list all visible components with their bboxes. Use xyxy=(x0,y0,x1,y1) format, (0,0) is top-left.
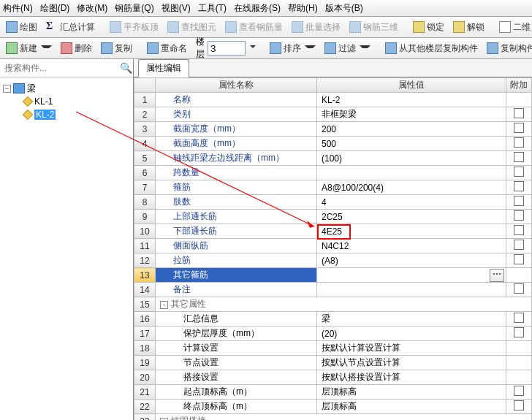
checkbox[interactable] xyxy=(514,167,524,177)
lock-button[interactable]: 锁定 xyxy=(410,20,447,35)
extra-cell[interactable] xyxy=(506,195,532,210)
checkbox[interactable] xyxy=(514,240,524,250)
extra-cell[interactable] xyxy=(506,151,532,166)
property-grid[interactable]: 属性名称 属性值 附加 1名称KL-22类别非框架梁3截面宽度（mm）2004截… xyxy=(134,77,532,420)
property-value[interactable]: 非框架梁 xyxy=(317,107,506,122)
checkbox[interactable] xyxy=(514,400,524,411)
property-value[interactable]: 层顶标高 xyxy=(317,385,506,400)
menu-online[interactable]: 在线服务(S) xyxy=(234,2,281,15)
two-d-button[interactable]: 二维 xyxy=(496,20,532,35)
extra-cell[interactable] xyxy=(506,180,532,195)
property-name[interactable]: 备注 xyxy=(156,283,317,297)
table-row[interactable]: 3截面宽度（mm）200 xyxy=(134,122,532,137)
property-value[interactable]: 按默认计算设置计算 xyxy=(317,341,506,356)
component-tree[interactable]: − 梁 KL-1 KL-2 xyxy=(0,77,133,420)
property-value[interactable]: KL-2 xyxy=(317,93,506,107)
menu-tools[interactable]: 工具(T) xyxy=(198,2,227,15)
row-number[interactable]: 20 xyxy=(134,370,156,385)
row-number[interactable]: 3 xyxy=(134,122,156,137)
extra-cell[interactable] xyxy=(506,210,532,224)
property-value[interactable]: 500 xyxy=(317,137,506,151)
property-value[interactable]: (A8) xyxy=(317,253,506,268)
extra-cell[interactable] xyxy=(506,224,532,239)
table-row[interactable]: 18计算设置按默认计算设置计算 xyxy=(134,341,532,356)
search-icon[interactable]: 🔍 xyxy=(118,62,133,74)
new-button[interactable]: 新建 xyxy=(3,41,55,56)
property-value[interactable]: 4 xyxy=(317,195,506,210)
row-number[interactable]: 10 xyxy=(134,224,156,239)
table-row[interactable]: 13其它箍筋⋯ xyxy=(134,268,532,283)
checkbox[interactable] xyxy=(514,152,524,162)
row-number[interactable]: 7 xyxy=(134,180,156,195)
table-row[interactable]: 21起点顶标高（m）层顶标高 xyxy=(134,385,532,400)
extra-cell[interactable] xyxy=(506,341,532,356)
row-number[interactable]: 17 xyxy=(134,327,156,341)
rebar-3d-button[interactable]: 钢筋三维 xyxy=(346,20,401,35)
header-extra[interactable]: 附加 xyxy=(506,78,532,93)
find-elem-button[interactable]: 查找图元 xyxy=(164,20,219,35)
property-name[interactable]: 计算设置 xyxy=(156,341,317,356)
property-name[interactable]: 拉筋 xyxy=(156,253,317,268)
checkbox[interactable] xyxy=(514,123,524,133)
extra-cell[interactable] xyxy=(506,268,532,283)
table-row[interactable]: 20搭接设置按默认搭接设置计算 xyxy=(134,370,532,385)
batch-select-button[interactable]: 批量选择 xyxy=(289,20,343,35)
extra-cell[interactable] xyxy=(506,283,532,297)
table-row[interactable]: 8肢数4 xyxy=(134,195,532,210)
table-row[interactable]: 22终点顶标高（m）层顶标高 xyxy=(134,400,532,414)
property-name[interactable]: 箍筋 xyxy=(156,180,317,195)
row-number[interactable]: 23 xyxy=(134,414,156,421)
header-value[interactable]: 属性值 xyxy=(317,78,506,93)
delete-button[interactable]: 删除 xyxy=(58,41,95,56)
table-row[interactable]: 10下部通长筋4E25 xyxy=(134,224,532,239)
property-value[interactable]: 梁 xyxy=(317,312,506,327)
table-row[interactable]: 23+锚固搭接 xyxy=(134,414,532,421)
extra-cell[interactable] xyxy=(506,239,532,253)
ellipsis-button[interactable]: ⋯ xyxy=(490,269,504,282)
checkbox[interactable] xyxy=(514,210,524,221)
checkbox[interactable] xyxy=(514,108,524,118)
header-name[interactable]: 属性名称 xyxy=(156,78,317,93)
property-name[interactable]: 起点顶标高（m） xyxy=(156,385,317,400)
group-row[interactable]: +锚固搭接 xyxy=(156,414,532,421)
menu-rebar[interactable]: 钢筋量(Q) xyxy=(115,2,153,15)
extra-cell[interactable] xyxy=(506,253,532,268)
menu-component[interactable]: 构件(N) xyxy=(3,2,33,15)
property-name[interactable]: 侧面纵筋 xyxy=(156,239,317,253)
menu-version[interactable]: 版本号(B) xyxy=(325,2,363,15)
table-row[interactable]: 7箍筋A8@100/200(4) xyxy=(134,180,532,195)
extra-cell[interactable] xyxy=(506,356,532,370)
sort-button[interactable]: 排序 xyxy=(267,41,319,56)
property-value[interactable]: N4C12 xyxy=(317,239,506,253)
unlock-button[interactable]: 解锁 xyxy=(450,20,487,35)
checkbox[interactable] xyxy=(514,181,524,191)
menu-help[interactable]: 帮助(H) xyxy=(288,2,318,15)
property-name[interactable]: 下部通长筋 xyxy=(156,224,317,239)
property-value[interactable]: 4E25 xyxy=(317,224,506,239)
property-value[interactable]: (20) xyxy=(317,327,506,341)
row-number[interactable]: 14 xyxy=(134,283,156,297)
row-number[interactable]: 22 xyxy=(134,400,156,414)
extra-cell[interactable] xyxy=(506,370,532,385)
property-name[interactable]: 截面高度（mm） xyxy=(156,137,317,151)
group-row[interactable]: -其它属性 xyxy=(156,297,532,312)
checkbox[interactable] xyxy=(514,327,524,337)
property-name[interactable]: 肢数 xyxy=(156,195,317,210)
copy-button[interactable]: 复制 xyxy=(98,41,135,56)
property-value[interactable] xyxy=(317,166,506,180)
tree-item-kl2[interactable]: KL-2 xyxy=(1,108,132,121)
row-number[interactable]: 6 xyxy=(134,166,156,180)
row-number[interactable]: 4 xyxy=(134,137,156,151)
row-number[interactable]: 12 xyxy=(134,253,156,268)
extra-cell[interactable] xyxy=(506,107,532,122)
table-row[interactable]: 4截面高度（mm）500 xyxy=(134,137,532,151)
property-name[interactable]: 其它箍筋 xyxy=(156,268,317,283)
table-row[interactable]: 16汇总信息梁 xyxy=(134,312,532,327)
row-number[interactable]: 5 xyxy=(134,151,156,166)
property-name[interactable]: 节点设置 xyxy=(156,356,317,370)
rename-button[interactable]: 重命名 xyxy=(144,41,190,56)
table-row[interactable]: 1名称KL-2 xyxy=(134,93,532,107)
table-row[interactable]: 6跨数量 xyxy=(134,166,532,180)
table-row[interactable]: 14备注 xyxy=(134,283,532,297)
row-number[interactable]: 15 xyxy=(134,297,156,312)
